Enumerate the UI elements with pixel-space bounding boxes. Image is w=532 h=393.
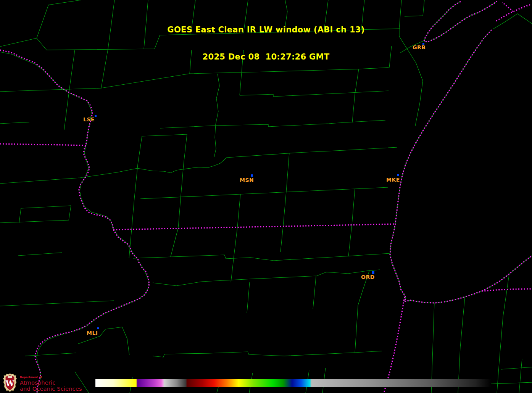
temperature-colorbar <box>95 379 491 387</box>
logo-dept-line: Department of <box>20 376 82 379</box>
uw-crest-icon: W <box>3 373 17 392</box>
station-label-ord: ORD <box>361 274 375 280</box>
station-label-grb: GRB <box>413 44 426 50</box>
station-label-mke: MKE <box>386 177 400 183</box>
station-dot-lse <box>95 115 97 117</box>
station-dot-mli <box>97 327 99 329</box>
satellite-image-viewer: GOES East Clean IR LW window (ABI ch 13)… <box>0 0 532 393</box>
crest-w-letter: W <box>5 379 15 388</box>
logo-line1: Atmospheric <box>20 380 82 386</box>
aos-logo-text: Department of Atmospheric and Oceanic Sc… <box>20 373 82 391</box>
station-label-msn: MSN <box>240 177 254 183</box>
station-label-lse: LSE <box>83 116 95 122</box>
image-title-block: GOES East Clean IR LW window (ABI ch 13)… <box>0 8 532 79</box>
station-dot-mke <box>397 174 399 176</box>
station-label-mli: MLI <box>87 330 98 336</box>
station-dot-msn <box>251 174 253 177</box>
image-timestamp: 2025 Dec 08 10:27:26 GMT <box>0 53 532 62</box>
station-dot-ord <box>372 271 374 274</box>
logo-line2: and Oceanic Sciences <box>20 386 82 392</box>
aos-logo: W Department of Atmospheric and Oceanic … <box>3 373 82 392</box>
image-title: GOES East Clean IR LW window (ABI ch 13) <box>0 26 532 35</box>
